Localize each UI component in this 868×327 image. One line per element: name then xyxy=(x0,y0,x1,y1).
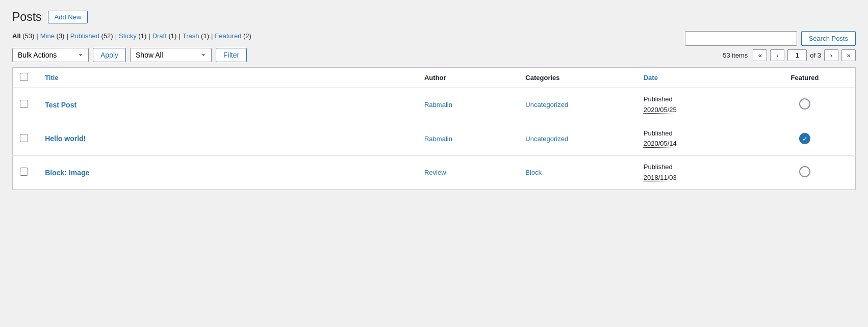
filter-mine-count: (3) xyxy=(57,32,65,40)
featured-cell-1[interactable]: ✓ xyxy=(754,122,855,156)
filter-trash-count: (1) xyxy=(201,32,209,40)
author-link-0[interactable]: Rabmalin xyxy=(424,101,452,108)
filter-published-count: (52) xyxy=(101,32,113,40)
last-page-button[interactable]: » xyxy=(841,49,856,61)
row-checkbox-2[interactable] xyxy=(20,168,28,176)
filter-all[interactable]: All (53) xyxy=(12,32,34,40)
top-bar: All (53) | Mine (3) | Published (52) | S… xyxy=(12,32,856,46)
prev-page-button[interactable]: ‹ xyxy=(770,49,784,61)
pagination: 53 items « ‹ of 3 › » xyxy=(723,49,856,61)
featured-empty-icon-0[interactable] xyxy=(799,98,810,110)
featured-empty-icon-2[interactable] xyxy=(799,166,810,177)
row-checkbox-1[interactable] xyxy=(20,134,28,142)
date-cell-0: Published2020/05/25 xyxy=(636,88,754,122)
title-sort-link[interactable]: Title xyxy=(45,74,59,81)
row-checkbox-0[interactable] xyxy=(20,100,28,108)
select-all-checkbox[interactable] xyxy=(20,73,28,81)
filter-controls: Bulk Actions Edit Move to Trash Apply Sh… xyxy=(12,48,247,62)
featured-cell-2[interactable] xyxy=(754,156,855,190)
filter-trash[interactable]: Trash (1) xyxy=(183,32,209,40)
page-of: of 3 xyxy=(810,51,821,59)
filter-all-count: (53) xyxy=(22,32,34,40)
filter-mine[interactable]: Mine (3) xyxy=(40,32,65,40)
filter-button[interactable]: Filter xyxy=(216,48,247,62)
post-title-link-0[interactable]: Test Post xyxy=(45,101,76,109)
post-title-link-1[interactable]: Hello world! xyxy=(45,134,86,143)
category-link-1[interactable]: Uncategorized xyxy=(525,135,568,143)
search-posts-button[interactable]: Search Posts xyxy=(801,31,856,46)
posts-table: Title Author Categories Date Featured Te… xyxy=(12,67,856,190)
page-title: Posts xyxy=(12,10,42,24)
category-link-0[interactable]: Uncategorized xyxy=(525,101,568,108)
author-link-1[interactable]: Rabmalin xyxy=(424,135,452,143)
filter-draft-count: (1) xyxy=(168,32,176,40)
table-row: Block: ImageReviewBlockPublished2018/11/… xyxy=(13,156,856,190)
date-cell-2: Published2018/11/03 xyxy=(636,156,754,190)
search-input[interactable] xyxy=(685,31,797,46)
filter-draft[interactable]: Draft (1) xyxy=(152,32,177,40)
col-header-date[interactable]: Date xyxy=(636,68,754,88)
table-row: Test PostRabmalinUncategorizedPublished2… xyxy=(13,88,856,122)
col-header-author: Author xyxy=(417,68,518,88)
items-count: 53 items xyxy=(723,51,748,59)
filter-row: Bulk Actions Edit Move to Trash Apply Sh… xyxy=(12,48,856,62)
col-header-cb xyxy=(13,68,38,88)
col-header-featured: Featured xyxy=(754,68,855,88)
filter-sticky-count: (1) xyxy=(138,32,146,40)
filter-sticky[interactable]: Sticky (1) xyxy=(119,32,146,40)
first-page-button[interactable]: « xyxy=(753,49,767,61)
filter-featured[interactable]: Featured (2) xyxy=(215,32,251,40)
category-link-2[interactable]: Block xyxy=(525,169,542,176)
page-header: Posts Add New xyxy=(12,10,856,24)
apply-button[interactable]: Apply xyxy=(93,48,126,62)
post-title-link-2[interactable]: Block: Image xyxy=(45,169,89,177)
featured-cell-0[interactable] xyxy=(754,88,855,122)
featured-checked-icon-1[interactable]: ✓ xyxy=(799,133,810,144)
show-all-select[interactable]: Show All All dates xyxy=(130,48,212,62)
bulk-actions-select[interactable]: Bulk Actions Edit Move to Trash xyxy=(12,48,89,62)
post-status-filters: All (53) | Mine (3) | Published (52) | S… xyxy=(12,32,251,40)
date-cell-1: Published2020/05/14 xyxy=(636,122,754,156)
table-row: Hello world!RabmalinUncategorizedPublish… xyxy=(13,122,856,156)
filter-featured-count: (2) xyxy=(243,32,251,40)
col-header-categories: Categories xyxy=(518,68,636,88)
filter-published[interactable]: Published (52) xyxy=(70,32,113,40)
col-header-title: Title xyxy=(38,68,417,88)
table-header-row: Title Author Categories Date Featured xyxy=(13,68,856,88)
current-page-input[interactable] xyxy=(787,49,807,61)
author-link-2[interactable]: Review xyxy=(424,169,446,176)
next-page-button[interactable]: › xyxy=(824,49,838,61)
add-new-button[interactable]: Add New xyxy=(48,11,88,23)
search-area: Search Posts xyxy=(685,31,856,46)
